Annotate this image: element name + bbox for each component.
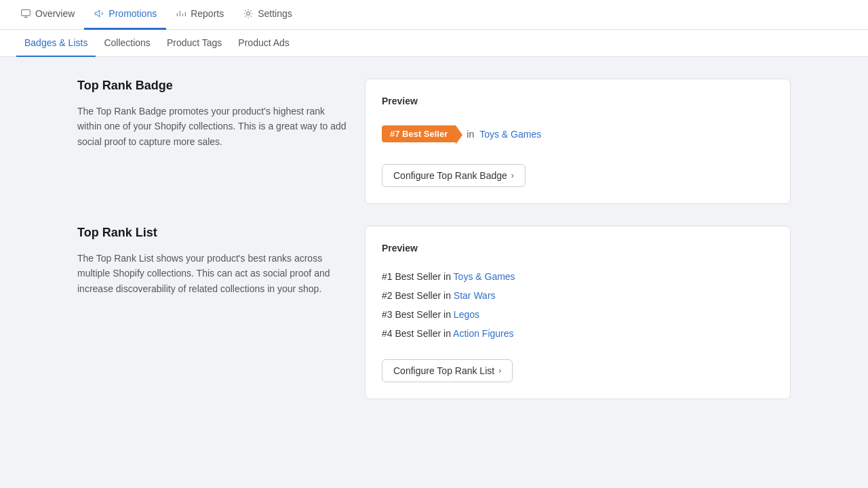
badge-section-description: The Top Rank Badge promotes your product… <box>77 104 349 149</box>
badge-preview-label: Preview <box>382 96 774 106</box>
badge-preview-card: Preview #7 Best Seller in Toys & Games C… <box>365 79 791 204</box>
subnav-product-tags[interactable]: Product Tags <box>159 30 230 57</box>
badge-section-left: Top Rank Badge The Top Rank Badge promot… <box>77 79 349 149</box>
gear-icon <box>243 8 254 19</box>
megaphone-icon <box>94 8 104 19</box>
nav-reports-label: Reports <box>191 8 224 19</box>
nav-overview-label: Overview <box>35 8 75 19</box>
top-rank-badge-section: Top Rank Badge The Top Rank Badge promot… <box>77 79 791 204</box>
subnav-badges-lists-label: Badges & Lists <box>24 37 87 48</box>
badge-collection-link[interactable]: Toys & Games <box>479 129 541 140</box>
subnav-collections-label: Collections <box>104 37 150 48</box>
chart-icon <box>176 8 186 19</box>
chevron-right-icon: › <box>511 171 514 180</box>
configure-badge-button[interactable]: Configure Top Rank Badge › <box>382 164 526 187</box>
sub-navigation: Badges & Lists Collections Product Tags … <box>0 30 868 57</box>
list-item: #3 Best Seller in Legos <box>382 305 774 324</box>
list-item: #4 Best Seller in Action Figures <box>382 324 774 343</box>
rank-2: #2 Best Seller in <box>382 290 454 301</box>
list-preview-card: Preview #1 Best Seller in Toys & Games #… <box>365 226 791 399</box>
rank-2-link[interactable]: Star Wars <box>454 290 496 301</box>
list-item: #1 Best Seller in Toys & Games <box>382 267 774 286</box>
svg-rect-0 <box>22 9 31 16</box>
list-section-description: The Top Rank List shows your product's b… <box>77 251 349 296</box>
monitor-icon <box>20 8 31 19</box>
nav-promotions-label: Promotions <box>108 8 157 19</box>
configure-list-button[interactable]: Configure Top Rank List › <box>382 359 513 382</box>
list-preview-label: Preview <box>382 243 774 253</box>
badge-section-title: Top Rank Badge <box>77 79 349 93</box>
top-navigation: Overview Promotions Reports Settings <box>0 0 868 30</box>
list-section-left: Top Rank List The Top Rank List shows yo… <box>77 226 349 296</box>
subnav-product-ads[interactable]: Product Ads <box>230 30 298 57</box>
rank-4-link[interactable]: Action Figures <box>453 328 513 339</box>
subnav-product-tags-label: Product Tags <box>167 37 222 48</box>
nav-settings-label: Settings <box>258 8 292 19</box>
nav-reports[interactable]: Reports <box>166 0 233 30</box>
nav-promotions[interactable]: Promotions <box>84 0 166 30</box>
badge-in-text: in <box>467 129 474 140</box>
rank-1: #1 Best Seller in <box>382 271 454 282</box>
main-content: Top Rank Badge The Top Rank Badge promot… <box>61 57 807 443</box>
rank-badge: #7 Best Seller <box>382 125 456 142</box>
top-rank-list-section: Top Rank List The Top Rank List shows yo… <box>77 226 791 399</box>
svg-point-1 <box>247 12 250 16</box>
nav-overview[interactable]: Overview <box>11 0 84 30</box>
list-item: #2 Best Seller in Star Wars <box>382 286 774 305</box>
configure-badge-label: Configure Top Rank Badge <box>393 170 507 181</box>
chevron-right-icon: › <box>498 366 501 375</box>
subnav-product-ads-label: Product Ads <box>238 37 290 48</box>
rank-3-link[interactable]: Legos <box>454 309 479 320</box>
subnav-collections[interactable]: Collections <box>96 30 158 57</box>
rank-4: #4 Best Seller in <box>382 328 453 339</box>
configure-list-label: Configure Top Rank List <box>393 365 494 376</box>
badge-preview-area: #7 Best Seller in Toys & Games <box>382 120 774 148</box>
nav-settings[interactable]: Settings <box>233 0 302 30</box>
rank-1-link[interactable]: Toys & Games <box>454 271 515 282</box>
list-section-title: Top Rank List <box>77 226 349 240</box>
rank-list: #1 Best Seller in Toys & Games #2 Best S… <box>382 267 774 343</box>
subnav-badges-lists[interactable]: Badges & Lists <box>16 30 96 57</box>
rank-3: #3 Best Seller in <box>382 309 454 320</box>
